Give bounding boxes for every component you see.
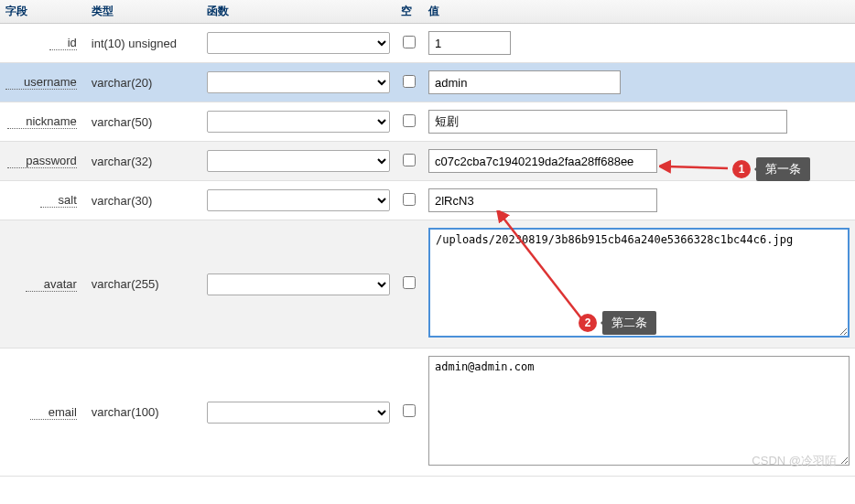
value-input[interactable] [428,70,621,94]
function-select[interactable] [207,32,390,54]
header-value: 值 [423,0,855,24]
value-input[interactable] [428,149,657,173]
field-name-label: email [30,405,77,420]
header-func: 函数 [201,0,395,24]
field-type-label: int(10) unsigned [92,37,177,50]
annotation-label-1: 第一条 [756,157,810,181]
table-header-row: 字段 类型 函数 空 值 [0,0,855,24]
function-select[interactable] [207,111,390,133]
field-name-label: id [49,36,77,50]
field-name-label: username [5,75,77,90]
field-type-label: varchar(32) [92,155,152,168]
function-select[interactable] [207,150,390,172]
null-checkbox[interactable] [403,404,416,417]
field-type-label: varchar(30) [92,194,152,208]
annotation-callout-1: 1 第一条 [732,157,810,181]
table-row: avatarvarchar(255) [0,220,855,349]
field-name-label: salt [40,193,77,208]
field-editor-table: 字段 类型 函数 空 值 idint(10) unsignedusernamev… [0,0,855,477]
annotation-label-2: 第二条 [602,311,656,335]
null-checkbox[interactable] [403,193,416,206]
null-checkbox[interactable] [403,154,416,166]
field-type-label: varchar(255) [92,277,159,291]
table-row: idint(10) unsigned [0,24,855,63]
field-name-label: avatar [26,277,77,292]
annotation-badge-1: 1 [732,160,751,178]
value-input[interactable] [428,188,657,212]
annotation-callout-2: 2 第二条 [579,311,656,335]
field-type-label: varchar(50) [92,115,152,129]
function-select[interactable] [207,189,390,211]
null-checkbox[interactable] [403,114,416,127]
table-row: emailvarchar(100) [0,349,855,477]
table-row: nicknamevarchar(50) [0,102,855,142]
field-name-label: password [7,154,77,168]
header-type: 类型 [86,0,202,24]
table-row: passwordvarchar(32) [0,142,855,181]
field-type-label: varchar(20) [92,76,152,90]
header-field: 字段 [0,0,86,24]
annotation-badge-2: 2 [579,314,597,332]
null-checkbox[interactable] [403,276,416,289]
null-checkbox[interactable] [403,75,416,88]
table-row: usernamevarchar(20) [0,63,855,102]
field-name-label: nickname [7,114,77,129]
table-row: saltvarchar(30) [0,181,855,220]
watermark-text: CSDN @冷羽陌 [752,453,837,469]
value-input[interactable] [428,31,511,55]
function-select[interactable] [207,402,390,424]
function-select[interactable] [207,71,390,93]
header-null: 空 [395,0,423,24]
null-checkbox[interactable] [403,36,416,48]
function-select[interactable] [207,273,390,295]
value-input[interactable] [428,110,787,134]
value-textarea[interactable] [428,356,850,466]
field-type-label: varchar(100) [92,405,159,419]
